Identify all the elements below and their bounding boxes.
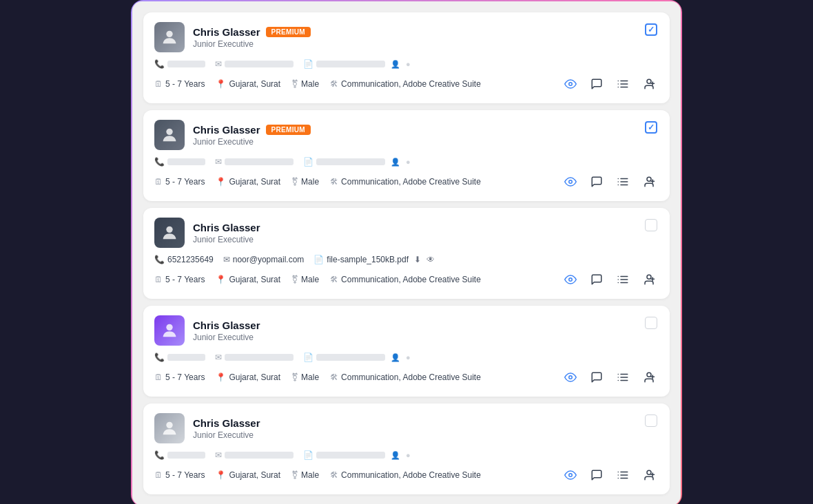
skills-icon: 🛠 (330, 177, 338, 187)
chat-button[interactable] (587, 368, 606, 387)
add-candidate-button[interactable] (639, 172, 659, 191)
candidate-card: Chris GlasserJunior Executive📞hidden✉hid… (143, 403, 670, 494)
download-icon[interactable]: ⬇ (414, 255, 421, 264)
checkbox-unchecked[interactable] (645, 414, 657, 427)
chat-button[interactable] (587, 74, 606, 94)
chat-button[interactable] (587, 465, 606, 485)
email-item: ✉hidden (215, 450, 294, 460)
checkbox-unchecked[interactable] (645, 219, 657, 231)
card-header: Chris GlasserJunior Executive (154, 413, 659, 443)
briefcase-icon: 🗓 (154, 79, 163, 89)
view-button[interactable] (561, 172, 580, 191)
job-title: Junior Executive (193, 333, 260, 342)
action-icons (561, 465, 659, 485)
skills-icon: 🛠 (330, 372, 338, 382)
dot-icon: ● (406, 60, 411, 68)
experience-text: 5 - 7 Years (165, 79, 205, 89)
checkbox[interactable] (644, 22, 659, 37)
location-text: Gujarat, Surat (229, 177, 280, 187)
phone-item: 📞hidden (154, 59, 205, 69)
svg-point-41 (647, 372, 651, 377)
name-block: Chris GlasserPremiumJunior Executive (193, 26, 311, 49)
experience-item: 🗓5 - 7 Years (154, 275, 205, 284)
add-candidate-button[interactable] (639, 368, 659, 387)
contact-info-row: 📞6521235649✉noor@yopmail.com📄file-sample… (154, 255, 659, 264)
blurred-info: hidden (167, 61, 205, 67)
skills-text: Communication, Adobe Creative Suite (341, 79, 481, 89)
skills-text: Communication, Adobe Creative Suite (341, 470, 481, 480)
shortlist-button[interactable] (613, 74, 632, 94)
view-button[interactable] (561, 368, 580, 387)
checkbox[interactable] (644, 315, 659, 330)
candidate-name: Chris Glasser (193, 417, 260, 429)
gender-text: Male (301, 275, 319, 284)
contact-info-row: 📞hidden✉hidden📄hidden👤● (154, 353, 659, 362)
view-button[interactable] (561, 74, 580, 94)
checkbox-checked[interactable] (645, 23, 657, 36)
contact-info-row: 📞hidden✉hidden📄hidden👤● (154, 59, 659, 69)
gender-icon: ⚧ (291, 372, 298, 382)
location-item: 📍Gujarat, Surat (216, 177, 280, 187)
add-candidate-button[interactable] (639, 74, 659, 94)
checkbox-checked[interactable] (645, 121, 657, 134)
experience-item: 🗓5 - 7 Years (154, 79, 205, 89)
blurred-info: hidden (316, 452, 385, 459)
shortlist-button[interactable] (613, 270, 632, 289)
checkbox-unchecked[interactable] (645, 317, 657, 329)
file-icon: 📄 (313, 255, 324, 264)
email-icon: ✉ (215, 157, 222, 167)
email-icon: ✉ (215, 353, 222, 362)
location-text: Gujarat, Surat (229, 470, 280, 480)
chat-button[interactable] (587, 172, 606, 191)
file-icon: 📄 (303, 450, 313, 460)
gender-icon: ⚧ (291, 177, 298, 187)
experience-text: 5 - 7 Years (165, 275, 205, 284)
card-header-left: Chris GlasserJunior Executive (154, 218, 260, 248)
skills-text: Communication, Adobe Creative Suite (341, 372, 481, 382)
shortlist-button[interactable] (613, 172, 632, 191)
shortlist-button[interactable] (613, 465, 632, 485)
svg-point-23 (569, 278, 573, 282)
add-candidate-button[interactable] (639, 270, 659, 289)
details-row: 🗓5 - 7 Years📍Gujarat, Surat⚧Male🛠Communi… (154, 368, 659, 387)
blurred-info: hidden (167, 452, 205, 459)
details-row: 🗓5 - 7 Years📍Gujarat, Surat⚧Male🛠Communi… (154, 270, 659, 289)
view-button[interactable] (561, 465, 580, 485)
experience-item: 🗓5 - 7 Years (154, 177, 205, 187)
chat-button[interactable] (587, 270, 606, 289)
view-button[interactable] (561, 270, 580, 289)
gender-item: ⚧Male (291, 177, 319, 187)
shortlist-button[interactable] (613, 368, 632, 387)
candidate-name: Chris Glasser (193, 26, 260, 38)
name-row: Chris Glasser (193, 319, 260, 331)
job-title: Junior Executive (193, 39, 311, 49)
premium-badge: Premium (266, 125, 311, 135)
svg-point-22 (166, 227, 172, 233)
checkbox[interactable] (644, 120, 659, 135)
name-row: Chris Glasser (193, 222, 260, 233)
checkbox[interactable] (644, 218, 659, 233)
file-icon: 📄 (303, 157, 313, 167)
preview-icon[interactable]: 👁 (426, 255, 435, 264)
briefcase-icon: 🗓 (154, 177, 163, 187)
card-header-left: Chris GlasserPremiumJunior Executive (154, 22, 311, 52)
main-container: Chris GlasserPremiumJunior Executive📞hid… (131, 0, 682, 504)
skills-item: 🛠Communication, Adobe Creative Suite (330, 177, 481, 187)
action-icons (561, 270, 659, 289)
card-header: Chris GlasserJunior Executive (154, 315, 659, 346)
checkbox[interactable] (644, 413, 659, 428)
details-left: 🗓5 - 7 Years📍Gujarat, Surat⚧Male🛠Communi… (154, 79, 481, 89)
add-candidate-button[interactable] (639, 465, 659, 485)
blurred-info: hidden (167, 158, 205, 165)
svg-point-11 (166, 129, 172, 135)
experience-text: 5 - 7 Years (165, 372, 205, 382)
candidate-name: Chris Glasser (193, 222, 260, 233)
card-header-left: Chris GlasserJunior Executive (154, 315, 260, 346)
card-header: Chris GlasserJunior Executive (154, 218, 659, 248)
card-header-left: Chris GlasserPremiumJunior Executive (154, 120, 311, 150)
name-block: Chris GlasserJunior Executive (193, 319, 260, 342)
avatar (154, 22, 185, 52)
job-title: Junior Executive (193, 430, 260, 440)
email-item: ✉hidden (215, 353, 294, 362)
details-left: 🗓5 - 7 Years📍Gujarat, Surat⚧Male🛠Communi… (154, 177, 481, 187)
